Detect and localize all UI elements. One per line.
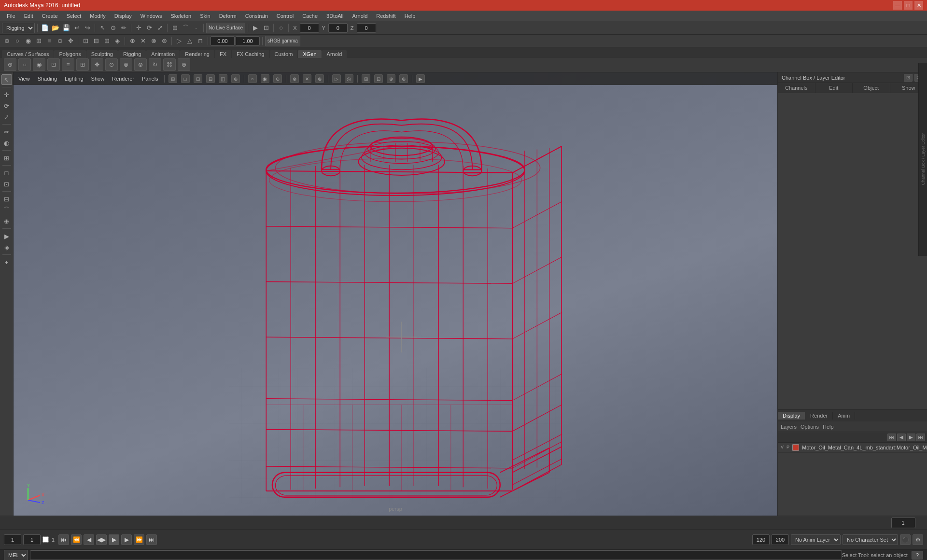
vp-icon5[interactable]: ◫ xyxy=(219,74,227,83)
shelf-icon10[interactable]: ⊚ xyxy=(134,58,147,71)
y-input[interactable] xyxy=(328,23,348,33)
context-icon17[interactable]: △ xyxy=(185,36,195,46)
layer-item[interactable]: V P Motor_Oil_Metal_Can_4L_mb_standart:M… xyxy=(778,443,927,453)
context-icon16[interactable]: ▷ xyxy=(174,36,184,46)
shelf-tab-curves[interactable]: Curves / Surfaces xyxy=(2,50,54,58)
layer-color-swatch[interactable] xyxy=(792,444,799,451)
menu-select[interactable]: Select xyxy=(63,12,85,20)
shelf-icon11[interactable]: ↻ xyxy=(149,58,161,71)
quick-select-btn[interactable]: □ xyxy=(1,168,12,178)
vp-icon9[interactable]: ⊙ xyxy=(273,74,282,83)
undo-icon[interactable]: ↩ xyxy=(72,23,82,33)
ipr-icon[interactable]: ⊡ xyxy=(261,23,271,33)
context-icon4[interactable]: ⊞ xyxy=(34,36,43,46)
menu-display[interactable]: Display xyxy=(111,12,136,20)
layer-tab-anim[interactable]: Anim xyxy=(833,412,855,420)
menu-help[interactable]: Help xyxy=(401,12,420,20)
snap-point-icon[interactable]: · xyxy=(191,23,201,33)
vp-lighting-menu[interactable]: Lighting xyxy=(63,75,85,83)
mel-python-select[interactable]: MEL Python xyxy=(4,550,28,560)
redo-icon[interactable]: ↪ xyxy=(83,23,92,33)
start-frame-input[interactable] xyxy=(4,534,21,545)
save-scene-icon[interactable]: 💾 xyxy=(61,23,71,33)
shelf-icon6[interactable]: ⊞ xyxy=(76,58,89,71)
vp-panels-menu[interactable]: Panels xyxy=(140,75,160,83)
shelf-tab-animation[interactable]: Animation xyxy=(146,50,180,58)
no-live-surface-btn[interactable]: No Live Surface xyxy=(206,23,245,33)
render-icon[interactable]: ▶ xyxy=(251,23,260,33)
go-to-start-btn[interactable]: ⏮ xyxy=(58,534,69,545)
play-back-btn[interactable]: ◀▶ xyxy=(96,534,107,545)
menu-file[interactable]: File xyxy=(3,12,19,20)
paint-icon[interactable]: ✏ xyxy=(119,23,128,33)
menu-skeleton[interactable]: Skeleton xyxy=(167,12,195,20)
help-button[interactable]: ? xyxy=(912,551,923,560)
layer-layers-option[interactable]: Layers xyxy=(781,424,797,430)
play-forward-btn[interactable]: ▶ xyxy=(109,534,119,545)
menu-windows[interactable]: Windows xyxy=(137,12,166,20)
select-tool-icon[interactable]: ↖ xyxy=(98,23,107,33)
context-icon11[interactable]: ◈ xyxy=(112,36,122,46)
layer-nav-prev[interactable]: ◀ xyxy=(897,434,906,441)
menu-arnold[interactable]: Arnold xyxy=(349,12,372,20)
layer-options-option[interactable]: Options xyxy=(801,424,819,430)
shelf-icon7[interactable]: ✥ xyxy=(91,58,103,71)
shelf-icon2[interactable]: ○ xyxy=(18,58,31,71)
open-scene-icon[interactable]: 📂 xyxy=(51,23,60,33)
context-icon5[interactable]: ≡ xyxy=(44,36,54,46)
snap-grid-btn[interactable]: ⊟ xyxy=(1,194,12,204)
x-input[interactable] xyxy=(300,23,319,33)
vp-show-menu[interactable]: Show xyxy=(89,75,107,83)
vp-icon8[interactable]: ◉ xyxy=(261,74,269,83)
float2-input[interactable] xyxy=(236,36,260,46)
menu-control[interactable]: Control xyxy=(273,12,297,20)
shelf-icon4[interactable]: ⊡ xyxy=(47,58,60,71)
move-icon[interactable]: ✛ xyxy=(134,23,143,33)
lasso-select-btn[interactable]: ⊡ xyxy=(1,179,12,189)
scale-tool-btn[interactable]: ⤢ xyxy=(1,112,12,122)
vp-icon4[interactable]: ⊟ xyxy=(206,74,215,83)
context-icon15[interactable]: ⊚ xyxy=(159,36,169,46)
snap-grid-icon[interactable]: ⊞ xyxy=(170,23,180,33)
vp-icon18[interactable]: ⊕ xyxy=(399,74,408,83)
translate-tool-btn[interactable]: ✛ xyxy=(1,89,12,100)
cb-tab-channels[interactable]: Channels xyxy=(778,83,815,93)
extra-btn[interactable]: + xyxy=(1,257,12,267)
shelf-icon12[interactable]: ⌘ xyxy=(163,58,176,71)
snap-point-btn[interactable]: ⊕ xyxy=(1,216,12,226)
snap-curve-btn[interactable]: ⌒ xyxy=(1,205,12,215)
step-back-btn[interactable]: ⏪ xyxy=(71,534,82,545)
shelf-tab-custom[interactable]: Custom xyxy=(270,50,298,58)
vp-icon10[interactable]: ⊗ xyxy=(290,74,299,83)
menu-edit[interactable]: Edit xyxy=(20,12,37,20)
char-set-select[interactable]: No Character Set xyxy=(843,534,898,545)
menu-modify[interactable]: Modify xyxy=(86,12,109,20)
menu-constrain[interactable]: Constrain xyxy=(241,12,272,20)
context-icon7[interactable]: ✥ xyxy=(66,36,75,46)
shelf-tab-rendering[interactable]: Rendering xyxy=(180,50,214,58)
render-btn[interactable]: ▶ xyxy=(1,231,12,241)
maximize-button[interactable]: □ xyxy=(904,1,913,10)
context-icon10[interactable]: ⊞ xyxy=(102,36,112,46)
vp-icon14[interactable]: ◎ xyxy=(345,74,353,83)
new-scene-icon[interactable]: 📄 xyxy=(40,23,50,33)
layer-nav-next[interactable]: ▶ xyxy=(907,434,915,441)
vp-icon2[interactable]: □ xyxy=(181,74,190,83)
go-to-end-btn[interactable]: ⏭ xyxy=(146,534,157,545)
layer-nav-last[interactable]: ⏭ xyxy=(916,434,925,441)
anim-layer-select[interactable]: No Anim Layer xyxy=(791,534,841,545)
vp-shading-menu[interactable]: Shading xyxy=(36,75,59,83)
component-icon[interactable]: ○ xyxy=(276,23,286,33)
float1-input[interactable] xyxy=(211,36,235,46)
vp-icon19[interactable]: ▶ xyxy=(416,74,425,83)
context-icon14[interactable]: ⊗ xyxy=(149,36,158,46)
shelf-icon5[interactable]: ≡ xyxy=(62,58,74,71)
step-forward-btn[interactable]: ⏩ xyxy=(134,534,144,545)
cb-tab-object[interactable]: Object xyxy=(853,83,890,93)
context-icon1[interactable]: ⊕ xyxy=(2,36,12,46)
viewport[interactable]: View Shading Lighting Show Renderer Pane… xyxy=(14,72,777,516)
frame-checkbox[interactable] xyxy=(42,536,49,543)
shelf-tab-fxcaching[interactable]: FX Caching xyxy=(232,50,269,58)
current-frame-field[interactable] xyxy=(891,518,915,528)
context-icon3[interactable]: ◉ xyxy=(23,36,33,46)
